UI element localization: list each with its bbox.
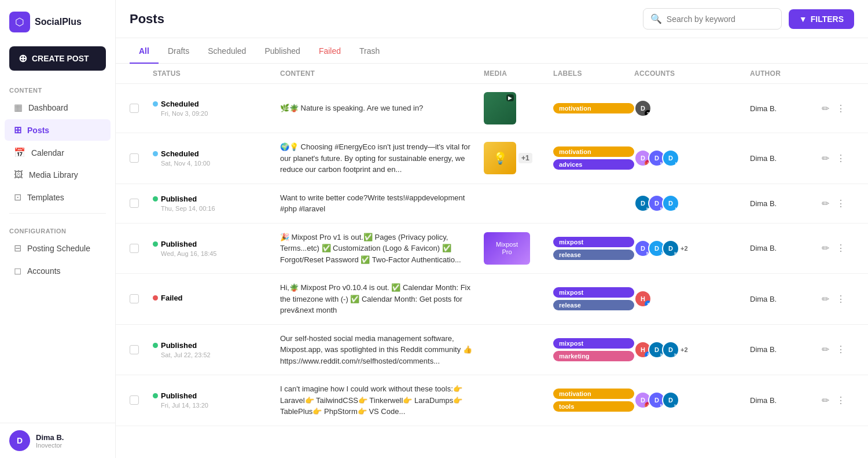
search-input[interactable]: [667, 14, 774, 24]
table-row: Published Wed, Aug 16, 18:45 🎉 Mixpost P…: [116, 223, 868, 274]
label-badge[interactable]: mixpost: [553, 237, 634, 247]
edit-button[interactable]: ✏: [819, 151, 832, 166]
search-box: 🔍: [643, 8, 782, 30]
more-button[interactable]: ⋮: [834, 393, 848, 408]
video-badge: ▶: [506, 94, 514, 101]
tab-all[interactable]: All: [130, 38, 159, 64]
label-badge[interactable]: release: [553, 250, 634, 260]
edit-button[interactable]: ✏: [819, 291, 832, 307]
tab-published[interactable]: Published: [255, 38, 310, 64]
content-cell: I can't imagine how I could work without…: [280, 383, 484, 417]
sidebar-item-posts[interactable]: ⊞ Posts: [5, 119, 111, 141]
media-thumbnail[interactable]: 💡: [484, 142, 516, 174]
search-icon: 🔍: [650, 13, 662, 24]
sidebar-item-accounts[interactable]: ◻ Accounts: [5, 260, 111, 281]
status-badge: Published: [153, 240, 280, 248]
row-checkbox[interactable]: [130, 199, 153, 208]
more-button[interactable]: ⋮: [834, 240, 848, 256]
author-cell: Dima B.: [750, 295, 819, 303]
row-checkbox[interactable]: [130, 153, 153, 163]
account-avatar[interactable]: Hf: [634, 290, 652, 307]
sidebar-item-posting-schedule[interactable]: ⊟ Posting Schedule: [5, 237, 111, 259]
media-cell: MixpostPro: [484, 232, 553, 265]
more-button[interactable]: ⋮: [834, 342, 848, 357]
label-badge[interactable]: motivation: [553, 103, 634, 113]
row-checkbox[interactable]: [130, 345, 153, 354]
author-cell: Dima B.: [750, 244, 819, 252]
account-avatar[interactable]: Din: [662, 240, 679, 257]
edit-button[interactable]: ✏: [819, 196, 832, 211]
edit-button[interactable]: ✏: [819, 393, 832, 408]
table-row: Scheduled Sat, Nov 4, 10:00 🌍💡 Choosing …: [116, 133, 868, 184]
row-checkbox[interactable]: [130, 104, 153, 113]
tab-failed[interactable]: Failed: [310, 38, 350, 64]
sidebar-user-profile[interactable]: D Dima B. Inovector: [0, 423, 115, 458]
content-section-label: Content: [0, 80, 115, 96]
linkedin-badge: in: [672, 250, 679, 257]
header-status: Status: [153, 69, 280, 78]
account-avatars: DI DM Dt: [634, 149, 679, 167]
label-badge[interactable]: mixpost: [553, 338, 634, 349]
more-button[interactable]: ⋮: [834, 101, 848, 116]
status-badge: Published: [153, 341, 280, 350]
sidebar-item-templates[interactable]: ⊡ Templates: [5, 186, 111, 208]
account-avatars: Hf Din Din: [634, 341, 679, 358]
account-avatars: DI DM Din: [634, 391, 679, 409]
label-badge[interactable]: marketing: [553, 351, 634, 361]
sidebar-item-dashboard[interactable]: ▦ Dashboard: [5, 97, 111, 118]
status-cell: Failed: [153, 294, 280, 304]
media-cell: 💡 +1: [484, 142, 553, 174]
topbar: Posts 🔍 ▼ FILTERS: [116, 0, 868, 38]
label-badge[interactable]: motivation: [553, 146, 634, 157]
status-dot: [153, 151, 158, 156]
row-checkbox[interactable]: [130, 244, 153, 253]
linkedin-badge: in: [672, 402, 679, 409]
edit-button[interactable]: ✏: [819, 342, 832, 357]
account-avatar[interactable]: Dt: [662, 149, 679, 167]
edit-button[interactable]: ✏: [819, 101, 832, 116]
more-button[interactable]: ⋮: [834, 151, 848, 166]
table-row: Published Fri, Jul 14, 13:20 I can't ima…: [116, 375, 868, 426]
avatar: D: [9, 430, 30, 451]
account-avatar[interactable]: Din: [662, 341, 679, 358]
sidebar-item-label: Media Library: [29, 170, 78, 179]
sidebar-item-calendar[interactable]: 📅 Calendar: [5, 142, 111, 163]
table-row: Published Thu, Sep 14, 00:16 Want to wri…: [116, 184, 868, 223]
status-badge: Scheduled: [153, 100, 280, 108]
facebook-badge: f: [645, 301, 652, 307]
author-cell: Dima B.: [750, 104, 819, 113]
author-cell: Dima B.: [750, 345, 819, 354]
accounts-icon: ◻: [14, 265, 21, 276]
plus-icon: ⊕: [19, 52, 27, 65]
create-post-button[interactable]: ⊕ CREATE POST: [9, 46, 106, 71]
table-header: Status Content Media Labels Accounts Aut…: [116, 64, 868, 84]
tab-drafts[interactable]: Drafts: [159, 38, 198, 64]
tab-trash[interactable]: Trash: [350, 38, 389, 64]
row-checkbox[interactable]: [130, 294, 153, 303]
label-badge[interactable]: advices: [553, 159, 634, 170]
account-avatar[interactable]: D T: [634, 100, 652, 117]
sidebar-item-media-library[interactable]: 🖼 Media Library: [5, 164, 111, 185]
status-cell: Scheduled Sat, Nov 4, 10:00: [153, 149, 280, 167]
label-badge[interactable]: release: [553, 300, 634, 310]
account-avatar[interactable]: Din: [662, 391, 679, 409]
edit-button[interactable]: ✏: [819, 240, 832, 256]
label-badge[interactable]: tools: [553, 401, 634, 412]
more-button[interactable]: ⋮: [834, 291, 848, 307]
more-button[interactable]: ⋮: [834, 196, 848, 211]
user-subtitle: Inovector: [36, 442, 64, 449]
media-thumbnail[interactable]: ▶: [484, 92, 516, 124]
tab-scheduled[interactable]: Scheduled: [198, 38, 255, 64]
status-date: Thu, Sep 14, 00:16: [161, 205, 280, 212]
label-badge[interactable]: motivation: [553, 389, 634, 399]
row-checkbox[interactable]: [130, 395, 153, 405]
account-avatar[interactable]: Dt: [662, 195, 679, 212]
filters-button[interactable]: ▼ FILTERS: [789, 9, 854, 29]
media-thumbnail[interactable]: MixpostPro: [484, 232, 530, 265]
author-cell: Dima B.: [750, 396, 819, 405]
account-avatars: DM Dt Din: [634, 240, 679, 257]
label-badge[interactable]: mixpost: [553, 287, 634, 298]
accounts-cell: DM Dt Din +2: [634, 240, 750, 257]
user-name: Dima B.: [36, 433, 64, 442]
content-cell: 🌍💡 Choosing #EnergyEco isn't just trendy…: [280, 141, 484, 175]
